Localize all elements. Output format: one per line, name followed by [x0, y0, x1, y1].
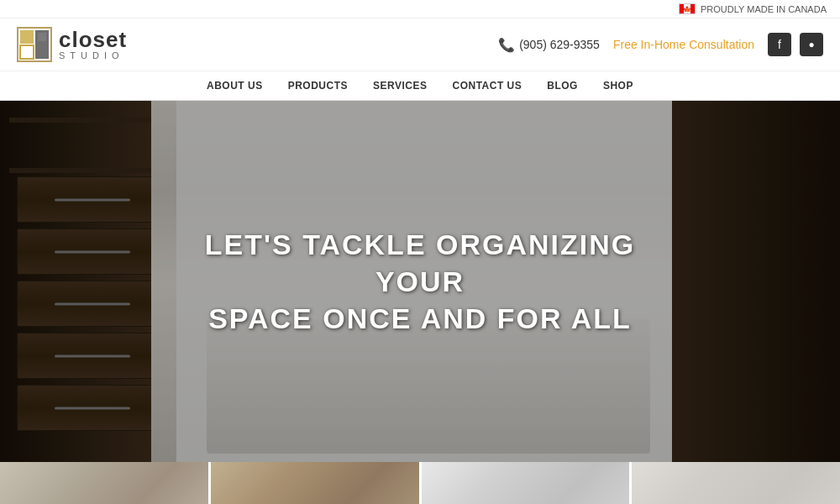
hero-headline-line2: SPACE ONCE AND FOR ALL: [208, 302, 632, 334]
nav-item-services[interactable]: SERVICES: [373, 71, 427, 100]
svg-rect-2: [20, 45, 34, 59]
logo-icon: [17, 27, 52, 62]
svg-rect-4: [38, 33, 46, 41]
phone-text: (905) 629-9355: [519, 38, 600, 51]
hero-headline-line1: LET'S TACKLE ORGANIZING YOUR: [205, 228, 635, 297]
thumbnail-4[interactable]: [632, 462, 840, 504]
thumbnail-3[interactable]: [422, 462, 633, 504]
header-right: 📞 (905) 629-9355 Free In-Home Consultati…: [498, 33, 823, 56]
hero-overlay: LET'S TACKLE ORGANIZING YOUR SPACE ONCE …: [0, 101, 840, 462]
made-in-canada-text: PROUDLY MADE IN CANADA: [701, 4, 827, 14]
nav-item-shop[interactable]: SHOP: [603, 71, 633, 100]
site-header: closet STUDIO 📞 (905) 629-9355 Free In-H…: [0, 18, 840, 71]
thumbnail-1[interactable]: [0, 462, 211, 504]
hero-headline: LET'S TACKLE ORGANIZING YOUR SPACE ONCE …: [168, 226, 672, 338]
nav-item-about-us[interactable]: ABOUT US: [207, 71, 263, 100]
nav-item-contact-us[interactable]: CONTACT US: [453, 71, 522, 100]
main-nav: ABOUT US PRODUCTS SERVICES CONTACT US BL…: [0, 71, 840, 101]
phone-number[interactable]: 📞 (905) 629-9355: [498, 37, 600, 53]
logo-studio-text: STUDIO: [59, 50, 127, 60]
logo[interactable]: closet STUDIO: [17, 27, 127, 62]
logo-closet-text: closet: [59, 29, 127, 50]
instagram-icon[interactable]: ●: [800, 33, 823, 56]
thumbnail-2[interactable]: [211, 462, 422, 504]
social-icons: f ●: [768, 33, 823, 56]
nav-item-products[interactable]: PRODUCTS: [288, 71, 348, 100]
consultation-link[interactable]: Free In-Home Consultation: [613, 38, 754, 51]
logo-text: closet STUDIO: [59, 29, 127, 60]
contact-info: 📞 (905) 629-9355 Free In-Home Consultati…: [498, 33, 823, 56]
canada-flag-icon: [679, 3, 696, 14]
facebook-icon[interactable]: f: [768, 33, 791, 56]
phone-icon: 📞: [498, 37, 515, 53]
nav-item-blog[interactable]: BLOG: [547, 71, 578, 100]
thumbnail-strip: [0, 462, 840, 504]
svg-rect-1: [20, 30, 34, 44]
hero-section: LET'S TACKLE ORGANIZING YOUR SPACE ONCE …: [0, 101, 840, 462]
top-bar: PROUDLY MADE IN CANADA: [0, 0, 840, 18]
hero-text-block: LET'S TACKLE ORGANIZING YOUR SPACE ONCE …: [168, 226, 672, 338]
